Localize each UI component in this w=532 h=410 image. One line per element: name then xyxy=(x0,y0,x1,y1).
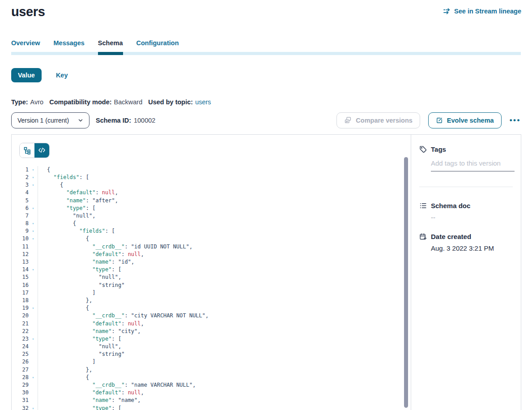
code-line: 13 "name": "id", xyxy=(12,258,404,266)
line-number: 31 xyxy=(12,397,29,404)
line-content: { xyxy=(38,304,404,312)
compare-versions-button[interactable]: Compare versions xyxy=(336,112,420,128)
code-line: 21 "default": null, xyxy=(12,320,404,328)
fold-caret-icon[interactable]: ▾ xyxy=(29,405,38,410)
code-line: 29 "__crdb__": "name VARCHAR NULL", xyxy=(12,381,404,389)
line-content: { xyxy=(38,181,404,189)
line-content: }, xyxy=(38,366,404,374)
line-number: 32 xyxy=(12,405,29,410)
line-number: 11 xyxy=(12,243,29,251)
line-number: 5 xyxy=(12,197,29,205)
line-content: "fields": [ xyxy=(38,174,404,181)
code-scrollbar[interactable] xyxy=(404,157,408,408)
line-content: }, xyxy=(38,297,404,304)
more-options-button[interactable]: ••• xyxy=(510,116,521,124)
caret-spacer xyxy=(29,397,38,404)
caret-spacer xyxy=(29,366,38,374)
fold-caret-icon[interactable]: ▾ xyxy=(29,235,38,243)
key-toggle-button[interactable]: Key xyxy=(53,71,71,79)
fold-caret-icon[interactable]: ▾ xyxy=(29,266,38,273)
schema-code-area: 1▾{2▾ "fields": [3▾ {4 "default": null,5… xyxy=(12,135,411,410)
code-line: 12 "default": null, xyxy=(12,251,404,258)
fold-caret-icon[interactable]: ▾ xyxy=(29,205,38,212)
evolve-schema-button[interactable]: Evolve schema xyxy=(428,112,502,128)
version-select[interactable]: Version 1 (current) xyxy=(11,112,89,128)
code-line: 2▾ "fields": [ xyxy=(12,174,404,181)
line-content: { xyxy=(38,220,404,227)
type-label: Type: xyxy=(11,98,28,106)
line-number: 13 xyxy=(12,258,29,266)
code-line: 14▾ "type": [ xyxy=(12,266,404,273)
tab-overview[interactable]: Overview xyxy=(11,39,40,47)
stream-lineage-link[interactable]: See in Stream lineage xyxy=(443,8,521,15)
code-line: 8▾ { xyxy=(12,220,404,227)
line-number: 10 xyxy=(12,235,29,243)
type-value: Avro xyxy=(30,98,44,106)
fold-caret-icon[interactable]: ▾ xyxy=(29,227,38,235)
tab-schema[interactable]: Schema xyxy=(98,39,123,47)
line-content: "__crdb__": "id UUID NOT NULL", xyxy=(38,243,404,251)
caret-spacer xyxy=(29,251,38,258)
date-created-value: Aug. 3 2022 3:21 PM xyxy=(431,244,515,252)
fold-caret-icon[interactable]: ▾ xyxy=(29,335,38,343)
line-content: { xyxy=(38,374,404,381)
line-number: 27 xyxy=(12,366,29,374)
tab-messages[interactable]: Messages xyxy=(54,39,85,47)
schema-doc-section: Schema doc -- xyxy=(419,202,515,221)
tab-track xyxy=(11,52,521,55)
fold-caret-icon[interactable]: ▾ xyxy=(29,181,38,189)
add-tags-input[interactable] xyxy=(431,159,515,171)
line-number: 14 xyxy=(12,266,29,273)
caret-spacer xyxy=(29,381,38,389)
used-by-topic-link[interactable]: users xyxy=(195,98,211,106)
line-number: 20 xyxy=(12,312,29,320)
serde-toggle: Value Key xyxy=(11,68,521,82)
line-content: { xyxy=(38,166,404,174)
line-content: "default": null, xyxy=(38,320,404,328)
caret-spacer xyxy=(29,320,38,328)
line-number: 6 xyxy=(12,205,29,212)
page-title: users xyxy=(11,4,45,20)
line-content: "name": "city", xyxy=(38,328,404,335)
tab-configuration[interactable]: Configuration xyxy=(136,39,179,47)
tree-view-button[interactable] xyxy=(20,143,34,158)
caret-spacer xyxy=(29,258,38,266)
fold-caret-icon[interactable]: ▾ xyxy=(29,174,38,181)
tags-section-header: Tags xyxy=(419,145,515,153)
tree-view-icon xyxy=(23,146,31,154)
caret-spacer xyxy=(29,212,38,220)
line-content: "type": [ xyxy=(38,205,404,212)
schema-controls-row: Version 1 (current) Schema ID: 100002 Co… xyxy=(11,112,521,128)
code-view-button[interactable] xyxy=(34,143,49,158)
schema-id-value: 100002 xyxy=(134,117,155,124)
code-line: 9▾ "fields": [ xyxy=(12,227,404,235)
line-content: ] xyxy=(38,289,404,297)
fold-caret-icon[interactable]: ▾ xyxy=(29,304,38,312)
fold-caret-icon[interactable]: ▾ xyxy=(29,166,38,174)
compatibility-label: Compatibility mode: xyxy=(49,98,111,106)
line-number: 19 xyxy=(12,304,29,312)
code-line: 3▾ { xyxy=(12,181,404,189)
line-content: "default": null, xyxy=(38,251,404,258)
caret-spacer xyxy=(29,328,38,335)
value-toggle-button[interactable]: Value xyxy=(11,68,42,82)
code-line: 24 "null", xyxy=(12,343,404,350)
line-number: 24 xyxy=(12,343,29,350)
compare-versions-label: Compare versions xyxy=(356,117,413,124)
schema-id-label: Schema ID: xyxy=(96,117,131,124)
line-number: 16 xyxy=(12,282,29,289)
fold-caret-icon[interactable]: ▾ xyxy=(29,374,38,381)
code-line: 10▾ { xyxy=(12,235,404,243)
code-line: 30 "default": null, xyxy=(12,389,404,397)
code-line: 4 "default": null, xyxy=(12,189,404,196)
fold-caret-icon[interactable]: ▾ xyxy=(29,220,38,227)
line-content: { xyxy=(38,235,404,243)
stream-lineage-label: See in Stream lineage xyxy=(454,8,521,15)
line-number: 23 xyxy=(12,335,29,343)
caret-spacer xyxy=(29,289,38,297)
caret-spacer xyxy=(29,312,38,320)
view-mode-toggle xyxy=(19,143,50,158)
line-content: "string" xyxy=(38,282,404,289)
compatibility-value: Backward xyxy=(114,98,143,106)
topic-tabs: Overview Messages Schema Configuration xyxy=(0,39,532,55)
